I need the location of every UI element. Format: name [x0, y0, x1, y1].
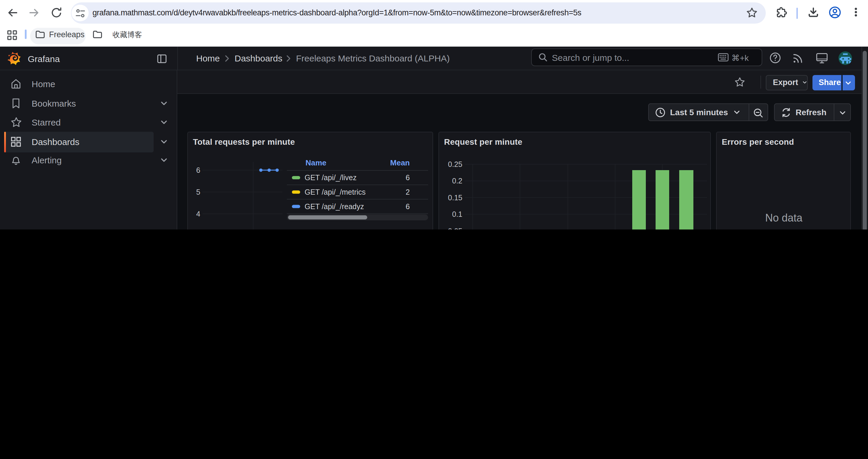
svg-text:GET /api/_/metrics: GET /api/_/metrics: [304, 188, 366, 196]
svg-text:2: 2: [405, 188, 409, 196]
svg-text:Name: Name: [305, 158, 326, 167]
svg-text:6: 6: [405, 202, 409, 210]
svg-text:0.2: 0.2: [452, 177, 462, 185]
svg-text:0.05: 0.05: [447, 227, 462, 230]
svg-text:0.15: 0.15: [447, 193, 462, 202]
svg-text:6: 6: [196, 166, 200, 174]
svg-text:5: 5: [196, 188, 200, 196]
svg-text:Mean: Mean: [390, 158, 409, 167]
svg-text:4: 4: [196, 210, 200, 218]
svg-text:GET /api/_/livez: GET /api/_/livez: [304, 173, 356, 182]
svg-text:0.1: 0.1: [452, 210, 462, 218]
svg-text:GET /api/_/readyz: GET /api/_/readyz: [304, 202, 364, 210]
svg-text:0.25: 0.25: [447, 160, 462, 168]
svg-text:6: 6: [405, 173, 409, 182]
